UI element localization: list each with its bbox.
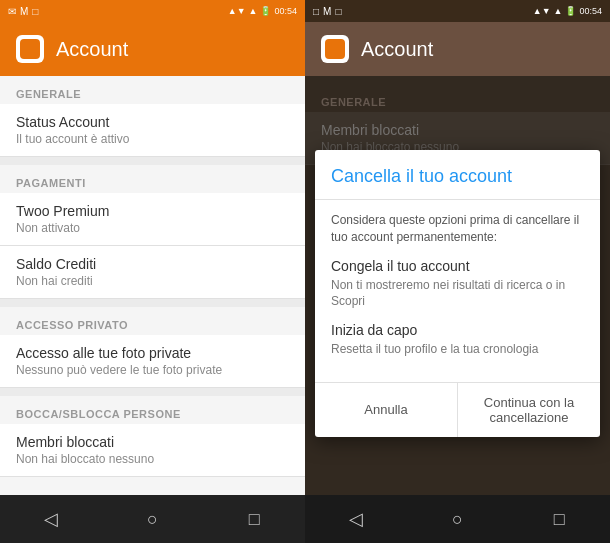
menu-item-membri-bloccati[interactable]: Membri bloccati Non hai bloccato nessuno [0, 424, 305, 477]
recent-button-right[interactable]: □ [539, 499, 579, 539]
dialog-intro-text: Considera queste opzioni prima di cancel… [331, 212, 584, 246]
back-button-left[interactable]: ◁ [31, 499, 71, 539]
left-nav-bar: ◁ ○ □ [0, 495, 305, 543]
left-scroll-content[interactable]: GENERALE Status Account Il tuo account è… [0, 76, 305, 495]
foto-private-sub: Nessuno può vedere le tue foto private [16, 363, 289, 377]
recent-button-left[interactable]: □ [234, 499, 274, 539]
battery-icon: 🔋 [260, 6, 271, 16]
freeze-option-sub: Non ti mostreremo nei risultati di ricer… [331, 277, 584, 311]
right-icon2: M [323, 6, 331, 17]
status-left-icons: ✉ M □ [8, 6, 38, 17]
section-header-accesso: ACCESSO PRIVATO [0, 307, 305, 335]
right-signal-icon: ▲▼ [533, 6, 551, 16]
right-twoo-logo-inner [325, 39, 345, 59]
membri-bloccati-title: Membri bloccati [16, 434, 289, 450]
twoo-premium-sub: Non attivato [16, 221, 289, 235]
right-icon3: □ [335, 6, 341, 17]
twoo-logo-inner [20, 39, 40, 59]
dialog-actions: Annulla Continua con la cancellazione [315, 382, 600, 437]
menu-item-twoo-premium[interactable]: Twoo Premium Non attivato [0, 193, 305, 246]
right-app-bar: Account [305, 22, 610, 76]
home-button-right[interactable]: ○ [437, 499, 477, 539]
menu-item-status-account[interactable]: Status Account Il tuo account è attivo [0, 104, 305, 157]
divider-2 [0, 299, 305, 307]
right-icon1: □ [313, 6, 319, 17]
right-time-display: 00:54 [579, 6, 602, 16]
gmail-icon: ✉ [8, 6, 16, 17]
membri-bloccati-sub: Non hai bloccato nessuno [16, 452, 289, 466]
right-battery-icon: 🔋 [565, 6, 576, 16]
right-app-title: Account [361, 38, 433, 61]
divider-1 [0, 157, 305, 165]
reset-option-title: Inizia da capo [331, 322, 584, 338]
cancel-account-dialog: Cancella il tuo account Considera queste… [315, 150, 600, 437]
time-display: 00:54 [274, 6, 297, 16]
home-button-left[interactable]: ○ [132, 499, 172, 539]
right-twoo-logo [321, 35, 349, 63]
freeze-option-title: Congela il tuo account [331, 258, 584, 274]
section-header-pagamenti: PAGAMENTI [0, 165, 305, 193]
right-status-left: □ M □ [313, 6, 341, 17]
extra-icon: □ [32, 6, 38, 17]
status-account-title: Status Account [16, 114, 289, 130]
dialog-title: Cancella il tuo account [315, 150, 600, 200]
dialog-body: Considera queste opzioni prima di cancel… [315, 200, 600, 382]
section-header-blocca: BOCCA/SBLOCCA PERSONE [0, 396, 305, 424]
signal-icon: ▲▼ [228, 6, 246, 16]
back-button-right[interactable]: ◁ [336, 499, 376, 539]
left-panel: ✉ M □ ▲▼ ▲ 🔋 00:54 Account GENERALE Stat… [0, 0, 305, 543]
right-wifi-icon: ▲ [554, 6, 563, 16]
dialog-confirm-button[interactable]: Continua con la cancellazione [457, 383, 600, 437]
saldo-crediti-sub: Non hai crediti [16, 274, 289, 288]
twoo-logo [16, 35, 44, 63]
right-panel: □ M □ ▲▼ ▲ 🔋 00:54 Account GENERALE Memb… [305, 0, 610, 543]
notification-icon: M [20, 6, 28, 17]
left-app-bar: Account [0, 22, 305, 76]
status-right-icons: ▲▼ ▲ 🔋 00:54 [228, 6, 297, 16]
right-content-area: GENERALE Membri bloccati Non hai bloccat… [305, 76, 610, 495]
status-account-sub: Il tuo account è attivo [16, 132, 289, 146]
twoo-premium-title: Twoo Premium [16, 203, 289, 219]
right-status-bar: □ M □ ▲▼ ▲ 🔋 00:54 [305, 0, 610, 22]
divider-3 [0, 388, 305, 396]
dialog-cancel-button[interactable]: Annulla [315, 383, 457, 437]
section-header-generale: GENERALE [0, 76, 305, 104]
dialog-overlay: Cancella il tuo account Considera queste… [315, 130, 600, 435]
menu-item-foto-private[interactable]: Accesso alle tue foto private Nessuno pu… [0, 335, 305, 388]
menu-item-saldo-crediti[interactable]: Saldo Crediti Non hai crediti [0, 246, 305, 299]
left-status-bar: ✉ M □ ▲▼ ▲ 🔋 00:54 [0, 0, 305, 22]
foto-private-title: Accesso alle tue foto private [16, 345, 289, 361]
right-nav-bar: ◁ ○ □ [305, 495, 610, 543]
reset-option-sub: Resetta il tuo profilo e la tua cronolog… [331, 341, 584, 358]
wifi-icon: ▲ [249, 6, 258, 16]
left-app-title: Account [56, 38, 128, 61]
right-status-right: ▲▼ ▲ 🔋 00:54 [533, 6, 602, 16]
saldo-crediti-title: Saldo Crediti [16, 256, 289, 272]
